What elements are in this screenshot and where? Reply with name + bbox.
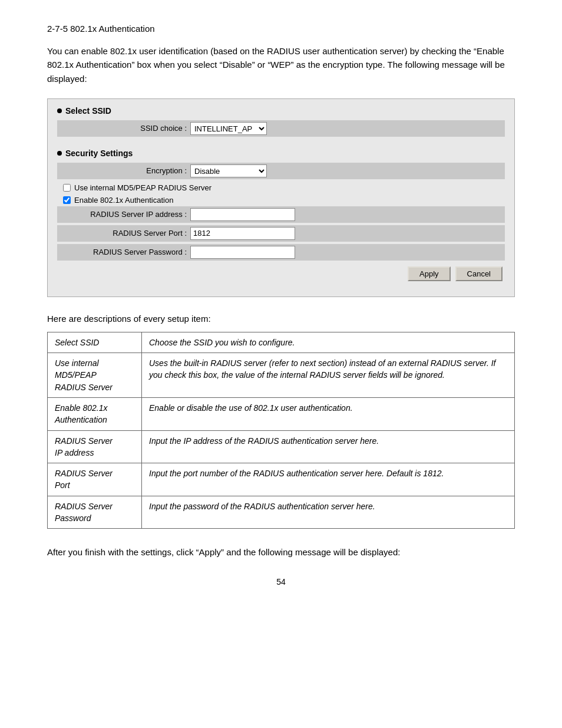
table-cell-item: Select SSID (48, 332, 142, 353)
checkbox-md5-label: Use internal MD5/PEAP RADIUS Server (74, 183, 211, 192)
table-cell-item: RADIUS ServerIP address (48, 430, 142, 463)
security-settings-header: Security Settings (57, 149, 505, 158)
table-row: RADIUS ServerPasswordInput the password … (48, 496, 515, 529)
table-cell-item: RADIUS ServerPort (48, 463, 142, 496)
security-settings-section: Security Settings Encryption : Disable U… (57, 149, 505, 282)
radius-port-row: RADIUS Server Port : (57, 225, 505, 242)
cancel-button[interactable]: Cancel (455, 266, 503, 281)
ssid-choice-select[interactable]: INTELLINET_AP (190, 122, 267, 135)
bullet-icon (57, 108, 62, 113)
checkbox-8021x[interactable] (63, 196, 71, 204)
outro-text: After you finish with the settings, clic… (47, 545, 515, 559)
radius-pass-row: RADIUS Server Password : (57, 244, 505, 261)
select-ssid-section: Select SSID SSID choice : INTELLINET_AP (57, 106, 505, 137)
select-ssid-label: Select SSID (65, 106, 111, 116)
ssid-choice-label: SSID choice : (61, 124, 190, 133)
apply-button[interactable]: Apply (408, 266, 451, 281)
ssid-row: SSID choice : INTELLINET_AP (57, 120, 505, 137)
table-cell-desc: Enable or disable the use of 802.1x user… (142, 397, 515, 430)
table-cell-desc: Choose the SSID you wish to configure. (142, 332, 515, 353)
section-title: 2-7-5 802.1x Authentication (47, 24, 515, 34)
select-ssid-header: Select SSID (57, 106, 505, 116)
radius-ip-input[interactable] (190, 208, 295, 221)
table-row: Use internalMD5/PEAPRADIUS ServerUses th… (48, 353, 515, 398)
table-cell-item: Enable 802.1xAuthentication (48, 397, 142, 430)
bullet-icon-2 (57, 151, 62, 156)
page-number: 54 (47, 577, 515, 587)
table-cell-desc: Input the password of the RADIUS authent… (142, 496, 515, 529)
table-cell-item: Use internalMD5/PEAPRADIUS Server (48, 353, 142, 398)
table-cell-item: RADIUS ServerPassword (48, 496, 142, 529)
radius-port-label: RADIUS Server Port : (61, 229, 190, 238)
table-row: Enable 802.1xAuthenticationEnable or dis… (48, 397, 515, 430)
intro-text: You can enable 802.1x user identificatio… (47, 44, 515, 85)
radius-ip-row: RADIUS Server IP address : (57, 206, 505, 223)
encryption-label: Encryption : (61, 166, 190, 175)
checkbox-md5[interactable] (63, 184, 71, 192)
radius-pass-input[interactable] (190, 246, 295, 259)
checkbox-md5-row: Use internal MD5/PEAP RADIUS Server (57, 182, 505, 194)
table-cell-desc: Input the IP address of the RADIUS authe… (142, 430, 515, 463)
security-settings-label: Security Settings (65, 149, 133, 158)
table-row: RADIUS ServerIP addressInput the IP addr… (48, 430, 515, 463)
table-cell-desc: Uses the built-in RADIUS server (refer t… (142, 353, 515, 398)
encryption-select[interactable]: Disable (190, 164, 267, 177)
radius-ip-label: RADIUS Server IP address : (61, 210, 190, 219)
checkbox-8021x-label: Enable 802.1x Authentication (74, 196, 173, 205)
table-row: RADIUS ServerPortInput the port number o… (48, 463, 515, 496)
radius-pass-label: RADIUS Server Password : (61, 248, 190, 256)
table-cell-desc: Input the port number of the RADIUS auth… (142, 463, 515, 496)
radius-port-input[interactable] (190, 227, 295, 240)
buttons-row: Apply Cancel (57, 265, 505, 282)
checkbox-8021x-row: Enable 802.1x Authentication (57, 194, 505, 206)
desc-intro: Here are descriptions of every setup ite… (47, 314, 515, 324)
table-row: Select SSIDChoose the SSID you wish to c… (48, 332, 515, 353)
description-table: Select SSIDChoose the SSID you wish to c… (47, 332, 515, 529)
ui-panel: Select SSID SSID choice : INTELLINET_AP … (47, 98, 515, 297)
encryption-row: Encryption : Disable (57, 163, 505, 179)
